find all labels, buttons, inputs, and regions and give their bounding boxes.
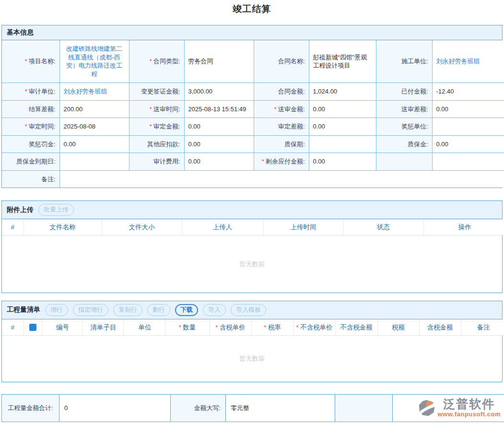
col-price-without-tax: *不含税单价: [293, 319, 335, 336]
basic-info-table: *项目名称: 改建铁路线增建第二线直通线（成都-西安）电力线路迁改工程 *合同类…: [2, 40, 504, 188]
add-row-button[interactable]: 增行: [45, 304, 68, 316]
basic-info-section: 基本信息 *项目名称: 改建铁路线增建第二线直通线（成都-西安）电力线路迁改工程…: [1, 25, 503, 188]
value-text: 0.00: [64, 141, 76, 148]
label-text: 质保金:: [408, 141, 428, 148]
label-amount-in-words: 金额大写:: [171, 395, 226, 422]
value-reward-punish-unit: [432, 118, 504, 136]
download-button[interactable]: 下载: [175, 304, 198, 316]
value-submit-diff: 0.00: [432, 100, 504, 118]
batch-upload-button[interactable]: 批量上传: [38, 204, 74, 215]
col-text: 编号: [56, 324, 69, 331]
brand-logo: 泛普软件 www.fanpusoft.com: [398, 398, 501, 419]
label-text: 变更签证金额:: [141, 88, 180, 95]
value-text: 0.00: [188, 158, 200, 165]
value-text: 1,024.00: [313, 88, 338, 95]
col-text: 清单子目: [91, 324, 117, 331]
label-warranty-deposit: 质保金:: [376, 135, 432, 153]
label-construction-unit: 施工单位:: [376, 40, 432, 83]
label-text: 结算差额:: [29, 106, 56, 113]
value-text: 3,000.00: [188, 88, 213, 95]
value-text: 0.00: [313, 106, 325, 113]
value-total-amount: 0: [59, 395, 171, 422]
value-approval-diff: 0.00: [309, 118, 376, 136]
import-template-button[interactable]: 导入模板: [231, 304, 266, 316]
label-warranty-due-date: 质保金到期日:: [2, 153, 59, 171]
value-text: 2025-08-13 15:51:49: [188, 106, 246, 113]
col-text: 含税单价: [220, 324, 246, 331]
value-project-name: 改建铁路线增建第二线直通线（成都-西安）电力线路迁改工程: [59, 40, 129, 83]
basic-row-1: *项目名称: 改建铁路线增建第二线直通线（成都-西安）电力线路迁改工程 *合同类…: [2, 40, 504, 83]
label-text: 备注:: [41, 176, 56, 183]
required-mark: *: [215, 324, 218, 331]
label-approval-amount: *审定金额:: [129, 118, 184, 136]
audit-unit-link[interactable]: 刘永好劳务班组: [64, 88, 107, 95]
value-remaining-payable: 0.00: [309, 153, 376, 171]
attachment-section: 附件上传 批量上传 # 文件名称 文件大小 上传人 上传时间 状态 操作 暂无数…: [1, 200, 503, 293]
value-text: 劳务合同: [188, 58, 213, 65]
project-name-link[interactable]: 改建铁路线增建第二线直通线（成都-西安）电力线路迁改工程: [66, 45, 122, 78]
label-contract-name: 合同名称:: [254, 40, 309, 83]
label-other-deductions: 其他应扣款:: [129, 135, 184, 153]
boq-section: 工程量清单 增行 指定增行 复制行 删行 下载 导入 导入模板 # 编号 清单子…: [1, 301, 503, 382]
boq-header-row: # 编号 清单子目 单位 *数量 *含税单价 *税率 *不含税单价 不含税金额 …: [2, 319, 504, 336]
footer-summary: 工程量金额合计: 0 金额大写: 零元整 泛普软件 www.fanpusoft.…: [1, 394, 503, 422]
label-text: 审定金额:: [153, 123, 180, 130]
label-settlement-diff: 结算差额:: [2, 100, 59, 118]
basic-row-3: 结算差额: 200.00 *送审时间: 2025-08-13 15:51:49 …: [2, 100, 504, 118]
insert-row-button[interactable]: 指定增行: [73, 304, 108, 316]
label-remaining-payable: *剩余应付金额:: [254, 153, 309, 171]
footer-table: 工程量金额合计: 0 金额大写: 零元整 泛普软件 www.fanpusoft.…: [1, 394, 504, 422]
construction-unit-link[interactable]: 刘永好劳务班组: [436, 58, 480, 65]
attachment-header-row: # 文件名称 文件大小 上传人 上传时间 状态 操作: [2, 219, 504, 235]
col-file-name: 文件名称: [23, 219, 102, 235]
col-select-all: [23, 319, 42, 336]
label-audit-unit: *审计单位:: [2, 83, 59, 101]
label-text: 已付金额:: [401, 88, 428, 95]
label-submit-amount: *送审金额:: [254, 100, 309, 118]
basic-info-title: 基本信息: [7, 28, 34, 37]
label-text: 审计单位:: [29, 88, 56, 95]
label-penalty: 奖惩罚金:: [2, 135, 59, 153]
import-button[interactable]: 导入: [203, 304, 226, 316]
value-amount-in-words: 零元整: [226, 395, 335, 422]
boq-empty-state: 暂无数据: [2, 336, 502, 382]
label-paid-amount: 已付金额:: [376, 83, 432, 101]
col-text: 单位: [139, 324, 152, 331]
col-file-size: 文件大小: [102, 219, 182, 235]
col-number: 编号: [42, 319, 82, 336]
brand-text-block: 泛普软件 www.fanpusoft.com: [437, 398, 501, 419]
attachment-title: 附件上传: [7, 206, 34, 214]
brand-name: 泛普软件: [437, 398, 501, 410]
value-paid-amount: -12.40: [432, 83, 504, 101]
col-actions: 操作: [423, 219, 504, 235]
label-audit-fee: 审计费用:: [129, 153, 184, 171]
label-text: 剩余应付金额:: [266, 158, 305, 165]
page-title: 竣工结算: [0, 0, 504, 19]
delete-row-button[interactable]: 删行: [147, 304, 170, 316]
label-text: 送审金额:: [278, 106, 305, 113]
value-warranty-period: [309, 135, 376, 153]
value-approval-time: 2025-08-08: [59, 118, 129, 136]
value-settlement-diff: 200.00: [59, 100, 129, 118]
required-mark: *: [274, 106, 277, 113]
boq-title: 工程量清单: [7, 306, 40, 314]
col-status: 状态: [343, 219, 423, 235]
basic-info-header: 基本信息: [2, 25, 502, 40]
label-reward-punish-unit: 奖惩单位:: [376, 118, 432, 136]
col-uploader: 上传人: [182, 219, 263, 235]
value-contract-name: 彭祖新城“四馆”景观工程设计项目: [309, 40, 376, 83]
value-construction-unit: 刘永好劳务班组: [432, 40, 504, 83]
value-text: -12.40: [436, 88, 454, 95]
label-contract-type: *合同类型:: [129, 40, 184, 83]
col-text: 税额: [392, 324, 405, 331]
col-text: 含税金额: [427, 324, 453, 331]
basic-row-5: 奖惩罚金: 0.00 其他应扣款: 0.00 质保期: 质保金: 0.00: [2, 135, 504, 153]
copy-row-button[interactable]: 复制行: [113, 304, 142, 316]
label-text: 送审差额:: [401, 106, 428, 113]
label-text: 工程量金额合计:: [8, 404, 53, 411]
value-other-deductions: 0.00: [184, 135, 254, 153]
select-all-checkbox[interactable]: [29, 324, 36, 331]
basic-row-2: *审计单位: 刘永好劳务班组 变更签证金额: 3,000.00 合同金额: 1,…: [2, 83, 504, 101]
label-text: 合同名称:: [278, 58, 305, 65]
label-text: 送审时间:: [153, 106, 180, 113]
